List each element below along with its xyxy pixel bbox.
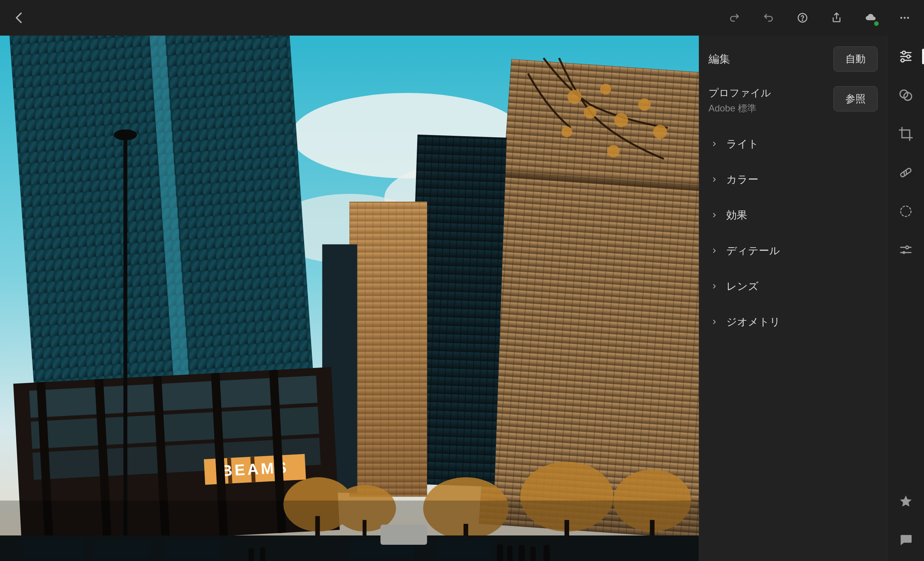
redo-button[interactable] (726, 9, 743, 26)
heal-tool[interactable] (895, 162, 917, 183)
comment-tool[interactable] (895, 529, 917, 551)
svg-rect-39 (123, 136, 127, 547)
svg-point-44 (614, 113, 628, 127)
svg-point-46 (653, 125, 667, 139)
svg-point-48 (607, 145, 619, 157)
profile-title: プロファイル (708, 86, 771, 100)
browse-profiles-button[interactable]: 参照 (833, 86, 878, 111)
svg-line-83 (903, 172, 905, 175)
chevron-right-icon (711, 176, 718, 183)
adjust-tool[interactable] (895, 46, 917, 67)
svg-point-42 (584, 106, 596, 118)
versions-tool[interactable] (895, 239, 917, 261)
section-color[interactable]: カラー (708, 162, 878, 197)
svg-point-2 (900, 17, 902, 19)
edited-photo: BEAMS (0, 36, 699, 561)
photo-canvas-area[interactable]: BEAMS (0, 36, 699, 561)
chevron-right-icon (711, 212, 718, 219)
svg-point-89 (902, 251, 905, 254)
svg-point-1 (802, 20, 803, 21)
help-button[interactable] (794, 9, 811, 26)
more-button[interactable] (896, 9, 913, 26)
svg-rect-22 (349, 202, 427, 497)
edit-sections: ライト カラー 効果 ディテール レンズ (708, 126, 878, 340)
profile-value: Adobe 標準 (708, 102, 771, 115)
chevron-right-icon (711, 247, 718, 254)
svg-point-79 (901, 59, 904, 62)
rate-tool[interactable] (895, 491, 917, 512)
section-light[interactable]: ライト (708, 126, 878, 162)
section-detail[interactable]: ディテール (708, 233, 878, 269)
section-label: カラー (726, 173, 758, 186)
sync-ok-badge (873, 20, 880, 27)
auto-button[interactable]: 自動 (833, 46, 878, 72)
presets-tool[interactable] (895, 84, 917, 106)
svg-point-77 (907, 55, 910, 58)
crop-tool[interactable] (895, 123, 917, 145)
back-button[interactable] (11, 9, 28, 26)
section-label: ライト (726, 137, 759, 151)
svg-point-4 (907, 17, 909, 19)
share-button[interactable] (828, 9, 845, 26)
section-effects[interactable]: 効果 (708, 197, 878, 233)
cloud-sync-button[interactable] (862, 9, 879, 26)
panel-title: 編集 (708, 52, 730, 67)
chevron-right-icon (711, 140, 718, 147)
svg-point-85 (900, 206, 911, 217)
svg-line-84 (905, 171, 908, 173)
section-lens[interactable]: レンズ (708, 269, 878, 304)
section-label: ジオメトリ (726, 315, 780, 329)
svg-point-43 (600, 84, 611, 94)
mask-tool[interactable] (895, 200, 917, 222)
tool-strip (887, 36, 924, 561)
svg-point-40 (114, 130, 137, 140)
chevron-right-icon (711, 283, 718, 290)
top-bar (0, 0, 924, 36)
section-label: 効果 (726, 208, 747, 222)
svg-point-47 (561, 127, 572, 137)
section-geometry[interactable]: ジオメトリ (708, 304, 878, 340)
section-label: ディテール (726, 244, 780, 258)
svg-point-87 (905, 246, 908, 249)
svg-point-3 (904, 17, 906, 19)
svg-rect-73 (0, 501, 699, 561)
chevron-right-icon (711, 318, 718, 325)
svg-point-45 (638, 98, 650, 111)
edit-panel: 編集 自動 プロファイル Adobe 標準 参照 ライト カラー (699, 36, 887, 561)
svg-point-75 (902, 51, 905, 54)
undo-button[interactable] (760, 9, 777, 26)
section-label: レンズ (726, 279, 759, 293)
svg-point-41 (568, 90, 582, 104)
